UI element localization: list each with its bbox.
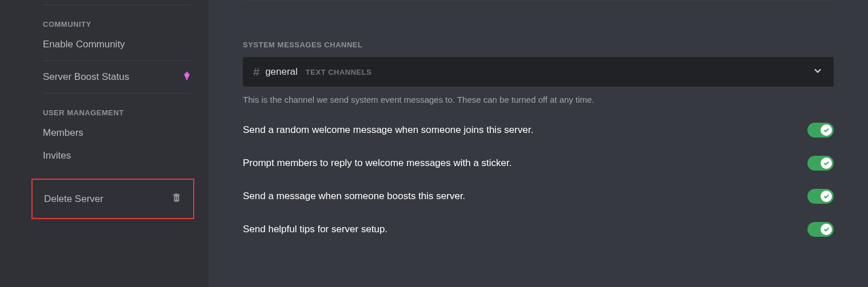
delete-server-highlight-box: Delete Server [31, 179, 194, 219]
toggle-knob [821, 157, 832, 169]
sidebar-item-label: Enable Community [43, 39, 191, 50]
channel-category: Text Channels [306, 68, 812, 76]
system-messages-description: This is the channel we send system event… [243, 95, 834, 104]
sidebar-item-server-boost[interactable]: Server Boost Status [43, 66, 191, 88]
toggle-knob [821, 224, 832, 235]
toggle-label: Send a random welcome message when someo… [243, 124, 533, 136]
channel-name: general [265, 66, 298, 78]
sidebar-item-label: Delete Server [44, 193, 103, 205]
divider [43, 5, 191, 5]
sidebar-item-invites[interactable]: Invites [43, 144, 191, 167]
check-icon [823, 226, 830, 233]
hash-icon: # [253, 66, 259, 79]
toggle-label: Send a message when someone boosts this … [243, 191, 465, 202]
toggle-knob [821, 124, 832, 136]
toggle-row-sticker-reply: Prompt members to reply to welcome messa… [243, 156, 834, 171]
toggle-switch-sticker-reply[interactable] [807, 156, 834, 171]
toggle-switch-boost-message[interactable] [807, 189, 834, 204]
sidebar-item-label: Server Boost Status [43, 71, 182, 83]
toggle-label: Prompt members to reply to welcome messa… [243, 157, 512, 169]
system-messages-header: System Messages Channel [243, 41, 834, 49]
sidebar-item-label: Invites [43, 150, 191, 161]
sidebar-item-enable-community[interactable]: Enable Community [43, 33, 191, 56]
toggle-row-welcome-message: Send a random welcome message when someo… [243, 123, 834, 138]
trash-icon [171, 192, 182, 205]
boost-gem-icon [182, 71, 191, 83]
check-icon [823, 160, 830, 167]
toggle-switch-server-tips[interactable] [807, 222, 834, 237]
toggle-switch-welcome-message[interactable] [807, 123, 834, 138]
toggle-label: Send helpful tips for server setup. [243, 224, 387, 235]
toggle-row-boost-message: Send a message when someone boosts this … [243, 189, 834, 204]
toggle-row-server-tips: Send helpful tips for server setup. [243, 222, 834, 237]
sidebar-item-label: Members [43, 127, 191, 139]
check-icon [823, 193, 830, 200]
divider [243, 0, 834, 1]
main-content: System Messages Channel # general Text C… [209, 0, 868, 287]
sidebar-item-delete-server[interactable]: Delete Server [44, 192, 182, 205]
community-section-header: Community [43, 10, 191, 33]
check-icon [823, 127, 830, 134]
sidebar-item-members[interactable]: Members [43, 122, 191, 144]
chevron-down-icon [812, 65, 823, 79]
system-messages-channel-select[interactable]: # general Text Channels [243, 57, 834, 87]
divider [43, 60, 191, 61]
toggle-knob [821, 191, 832, 202]
divider [43, 93, 191, 94]
user-management-section-header: User Management [43, 98, 191, 122]
sidebar: Community Enable Community Server Boost … [0, 0, 209, 287]
